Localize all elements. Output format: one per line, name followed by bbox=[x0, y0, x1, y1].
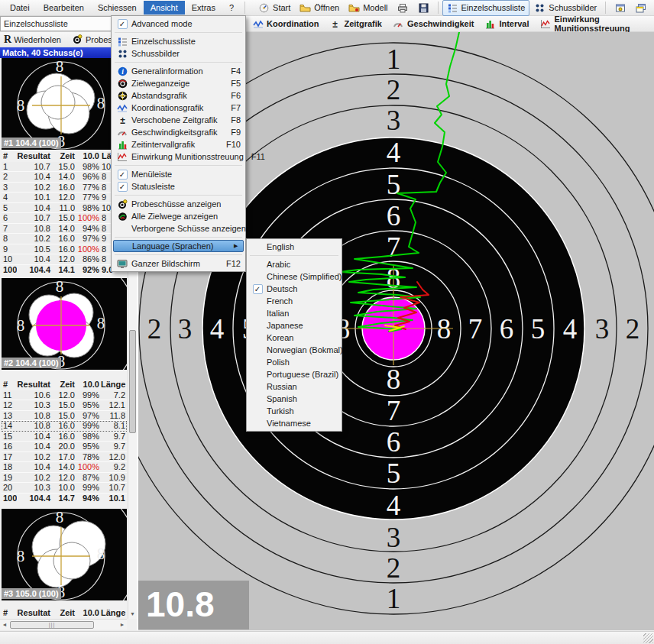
table-row[interactable]: 710.814.094%8 bbox=[2, 224, 127, 235]
table-total-row[interactable]: 100104.414.794%10.1 bbox=[2, 494, 127, 504]
table-header-row[interactable]: #ResultatZeit10.0Länge bbox=[2, 608, 127, 619]
menu-item-spanish[interactable]: Spanish bbox=[248, 393, 340, 405]
target-thumbnail-1[interactable]: 8888 #1 104.4 (100) bbox=[2, 58, 127, 150]
menu-item-korean[interactable]: Korean bbox=[248, 332, 340, 344]
save-button[interactable] bbox=[413, 0, 434, 16]
table-cell: # bbox=[2, 151, 17, 162]
menubar-item-[interactable]: ? bbox=[222, 1, 241, 15]
toolbar-button-start[interactable]: Start bbox=[254, 0, 295, 16]
table-row[interactable]: 210.414.096%8 bbox=[2, 172, 127, 183]
horizontal-scroll-thumb[interactable]: ||| bbox=[10, 621, 94, 629]
table-row[interactable]: 410.112.077%9 bbox=[2, 193, 127, 203]
menu-item-geschwindigkeitsgrafik[interactable]: GeschwindigkeitsgrafikF9 bbox=[113, 126, 244, 138]
menubar-item-ansicht[interactable]: Ansicht bbox=[144, 1, 185, 15]
menu-item-language-sprachen[interactable]: Language (Sprachen)▶ bbox=[113, 240, 244, 252]
graph-button-geschwindigkeit[interactable]: Geschwindigkeit bbox=[393, 18, 474, 29]
menu-item-polish[interactable]: Polish bbox=[248, 356, 340, 368]
scroll-left-icon[interactable]: ◄ bbox=[0, 622, 9, 627]
menubar-item-schiessen[interactable]: Schiessen bbox=[91, 1, 144, 15]
toolbar-button-modell[interactable]: Modell bbox=[344, 0, 392, 16]
menu-item-chinese-simplified[interactable]: Chinese (Simplified) bbox=[248, 270, 340, 283]
toolbar-button-einzelschussliste[interactable]: Einzelschussliste bbox=[442, 0, 530, 16]
table-row[interactable]: 1810.414.0100%9.2 bbox=[2, 462, 127, 473]
vertical-scroll-thumb[interactable] bbox=[129, 330, 136, 433]
table-header-row[interactable]: #ResultatZeit10.0Läng bbox=[2, 151, 127, 162]
table-row[interactable]: 310.216.077%8 bbox=[2, 183, 127, 193]
graph-button-einwirkung-munitionsstreuung[interactable]: Einwirkung Munitionsstreuung bbox=[540, 15, 654, 33]
resize-grip-icon[interactable] bbox=[643, 633, 653, 643]
window-button-2[interactable] bbox=[630, 0, 651, 16]
menu-item-alle-zielwege-anzeigen[interactable]: Alle Zielwege anzeigen bbox=[113, 210, 244, 222]
menubar-item-datei[interactable]: Datei bbox=[3, 1, 37, 15]
table-row[interactable]: 1610.420.095%9.7 bbox=[2, 442, 127, 452]
menu-item-zeitintervallgrafik[interactable]: ZeitintervallgrafikF10 bbox=[113, 138, 244, 150]
menu-item-verborgene-schusse-anzeigen[interactable]: Verborgene Schüsse anzeigen bbox=[113, 222, 244, 235]
table-cell: 15.0 bbox=[52, 400, 76, 411]
svg-text:8: 8 bbox=[97, 94, 105, 112]
menu-item-advanced-mode[interactable]: ✓Advanced mode bbox=[113, 18, 244, 30]
menu-item-japanese[interactable]: Japanese bbox=[248, 319, 340, 332]
table-row[interactable]: 110.715.098%10 bbox=[2, 162, 127, 173]
table-row[interactable]: 510.411.098%10 bbox=[2, 203, 127, 214]
menu-item-norwegian-bokmal[interactable]: Norwegian (Bokmal) bbox=[248, 344, 340, 356]
menu-item-vietnamese[interactable]: Vietnamese bbox=[248, 417, 340, 429]
table-row[interactable]: 1010.412.086%8 bbox=[2, 254, 127, 265]
table-cell: 12.0 bbox=[52, 473, 76, 484]
graph-button-zeitgrafik[interactable]: ±Zeitgrafik bbox=[329, 18, 382, 29]
table-row[interactable]: 910.516.0100%8 bbox=[2, 244, 127, 255]
repeat-button[interactable]: R Wiederholen bbox=[2, 34, 63, 45]
table-row[interactable]: 1110.612.099%7.2 bbox=[2, 390, 127, 401]
language-submenu: EnglishArabicChinese (Simplified)✓Deutsc… bbox=[246, 238, 342, 432]
table-row[interactable]: 1310.815.097%11.8 bbox=[2, 411, 127, 422]
menu-item-english[interactable]: English bbox=[248, 241, 340, 253]
menu-item-turkish[interactable]: Turkish bbox=[248, 405, 340, 417]
menubar-item-bearbeiten[interactable]: Bearbeiten bbox=[37, 1, 91, 15]
menu-item-label: Generalinformation bbox=[131, 66, 203, 76]
horizontal-scrollbar[interactable]: ◄ ||| ► bbox=[0, 619, 127, 629]
menu-item-probeschusse-anzeigen[interactable]: Probeschüsse anzeigen bbox=[113, 198, 244, 210]
window-button-1[interactable] bbox=[610, 0, 630, 16]
menu-item-italian[interactable]: Italian bbox=[248, 307, 340, 319]
scroll-down-icon[interactable]: ▼ bbox=[128, 610, 137, 619]
table-cell: 7.2 bbox=[101, 390, 127, 401]
menu-item-schussbilder[interactable]: Schussbilder bbox=[113, 47, 244, 60]
menu-item-statusleiste[interactable]: ✓Statusleiste bbox=[113, 180, 244, 193]
table-header-row[interactable]: #ResultatZeit10.0Länge bbox=[2, 380, 127, 390]
table-row[interactable]: 1510.416.098%9.7 bbox=[2, 432, 127, 442]
toolbar-button-offnen[interactable]: Öffnen bbox=[295, 0, 344, 16]
gauge-icon bbox=[117, 127, 128, 138]
repeat-label: Wiederholen bbox=[14, 35, 61, 44]
menu-item-deutsch[interactable]: ✓Deutsch bbox=[248, 283, 340, 295]
menu-item-einzelschussliste[interactable]: Einzelschussliste bbox=[113, 35, 244, 47]
table-row[interactable]: 1410.816.099%8.1 bbox=[2, 421, 127, 432]
menu-item-menuleiste[interactable]: ✓Menüleiste bbox=[113, 168, 244, 180]
table-cell: 97% bbox=[76, 411, 101, 422]
graph-button-interval[interactable]: Interval bbox=[484, 18, 529, 29]
table-row[interactable]: 1910.212.087%10.9 bbox=[2, 473, 127, 484]
graph-button-koordination[interactable]: Koordination bbox=[252, 18, 319, 29]
table-row[interactable]: 2010.310.099%10.7 bbox=[2, 483, 127, 494]
menu-item-abstandsgrafik[interactable]: AbstandsgrafikF6 bbox=[113, 89, 244, 102]
menu-item-koordinationsgrafik[interactable]: KoordinationsgrafikF7 bbox=[113, 102, 244, 114]
table-total-row[interactable]: 100104.414.192%9.0 bbox=[2, 265, 127, 276]
menu-item-portuguese-brazil[interactable]: Portuguese (Brazil) bbox=[248, 368, 340, 380]
print-button[interactable] bbox=[393, 0, 413, 16]
menu-item-zielweganzeige[interactable]: ZielweganzeigeF5 bbox=[113, 77, 244, 89]
menu-item-arabic[interactable]: Arabic bbox=[248, 258, 340, 270]
target-thumbnail-3[interactable]: 8888 #3 105.0 (100) bbox=[2, 509, 127, 600]
menu-item-french[interactable]: French bbox=[248, 295, 340, 307]
target-thumbnail-2[interactable]: 8888 #2 104.4 (100) bbox=[2, 278, 127, 370]
menu-item-ganzer-bildschirm[interactable]: Ganzer BildschirmF12 bbox=[113, 257, 244, 270]
table-cell: 8 bbox=[2, 234, 17, 244]
menu-item-russian[interactable]: Russian bbox=[248, 380, 340, 393]
table-row[interactable]: 1710.217.078%12.0 bbox=[2, 452, 127, 463]
menubar-item-extras[interactable]: Extras bbox=[185, 1, 222, 15]
table-row[interactable]: 610.715.0100%8 bbox=[2, 213, 127, 224]
menu-item-verschobene-zeitgrafik[interactable]: ±Verschobene ZeitgrafikF8 bbox=[113, 114, 244, 126]
table-row[interactable]: 810.216.097%9 bbox=[2, 234, 127, 244]
menu-item-einwirkung-munitionsstreuung[interactable]: Einwirkung MunitionsstreuungF11 bbox=[113, 150, 244, 163]
toolbar-button-schussbilder[interactable]: Schussbilder bbox=[529, 0, 601, 16]
table-row[interactable]: 1210.315.095%12.1 bbox=[2, 400, 127, 411]
menu-item-generalinformation[interactable]: iGeneralinformationF4 bbox=[113, 65, 244, 77]
scroll-right-icon[interactable]: ► bbox=[118, 622, 127, 627]
